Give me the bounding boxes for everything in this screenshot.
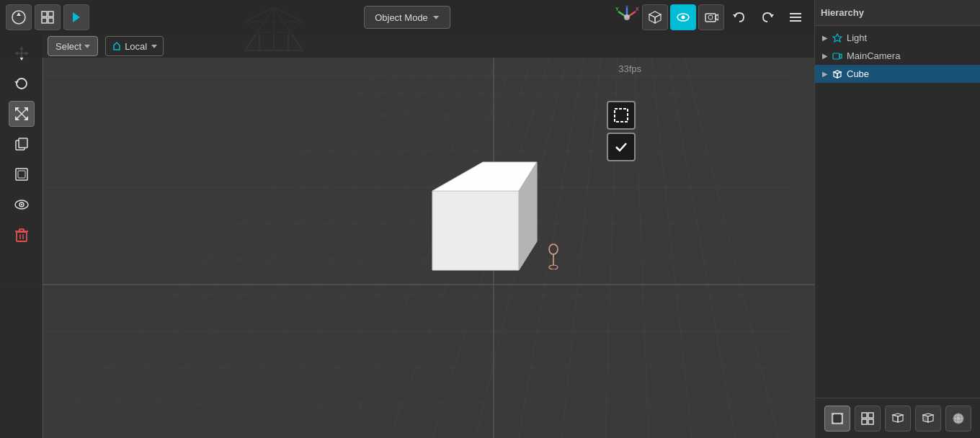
svg-point-47 bbox=[549, 265, 558, 269]
svg-rect-120 bbox=[868, 413, 873, 418]
svg-marker-124 bbox=[893, 415, 898, 422]
maincamera-label: MainCamera bbox=[847, 50, 900, 61]
svg-marker-128 bbox=[928, 415, 933, 422]
svg-line-15 bbox=[651, 58, 692, 438]
origin-marker bbox=[545, 243, 562, 269]
svg-marker-64 bbox=[649, 12, 661, 17]
svg-rect-51 bbox=[42, 12, 47, 17]
play-button[interactable] bbox=[63, 4, 89, 30]
svg-line-12 bbox=[562, 58, 601, 438]
svg-rect-48 bbox=[615, 109, 628, 122]
svg-point-129 bbox=[953, 414, 963, 424]
svg-rect-53 bbox=[42, 18, 47, 23]
panel-header: Hierarchy bbox=[815, 0, 980, 26]
svg-line-17 bbox=[685, 58, 778, 438]
hierarchy-item-light[interactable]: ▶ Light bbox=[815, 29, 980, 47]
svg-marker-70 bbox=[716, 14, 718, 20]
panel-bottom-tools bbox=[815, 398, 980, 438]
eye-tool-button[interactable] bbox=[9, 192, 35, 218]
svg-rect-96 bbox=[18, 171, 25, 178]
redo-button[interactable] bbox=[754, 4, 780, 30]
light-arrow: ▶ bbox=[822, 34, 828, 42]
grid-background bbox=[0, 0, 814, 438]
copy-tool-button[interactable] bbox=[9, 131, 35, 157]
svg-marker-112 bbox=[837, 72, 841, 78]
select-button[interactable]: Select bbox=[48, 36, 98, 56]
select-rect-tool[interactable] bbox=[607, 101, 636, 161]
svg-line-3 bbox=[173, 58, 447, 438]
svg-text:Y: Y bbox=[615, 6, 619, 12]
svg-marker-111 bbox=[834, 72, 837, 78]
svg-point-68 bbox=[682, 16, 685, 19]
svg-rect-100 bbox=[17, 232, 27, 241]
cube-3d bbox=[425, 155, 540, 277]
svg-rect-119 bbox=[862, 413, 867, 418]
svg-point-63 bbox=[624, 14, 630, 20]
right-panel: Hierarchy ▶ Light ▶ MainCamera ▶ bbox=[814, 0, 980, 438]
axis-gizmo[interactable]: X Y Z bbox=[614, 4, 640, 30]
svg-rect-94 bbox=[19, 138, 27, 148]
svg-line-2 bbox=[130, 58, 429, 438]
hierarchy-item-cube[interactable]: ▶ Cube bbox=[815, 65, 980, 83]
hierarchy-list: ▶ Light ▶ MainCamera ▶ Cube bbox=[815, 26, 980, 398]
svg-text:X: X bbox=[636, 6, 638, 12]
svg-rect-108 bbox=[833, 53, 839, 59]
persp-view-button[interactable] bbox=[642, 4, 668, 30]
shading-button[interactable] bbox=[885, 406, 911, 432]
left-sidebar bbox=[0, 35, 43, 438]
logo-button[interactable] bbox=[6, 4, 32, 30]
svg-marker-125 bbox=[898, 415, 903, 422]
svg-marker-86 bbox=[14, 81, 19, 84]
scale-tool-button[interactable] bbox=[9, 101, 35, 127]
svg-marker-107 bbox=[833, 34, 842, 42]
cube-arrow: ▶ bbox=[822, 70, 828, 78]
cube-icon bbox=[832, 69, 842, 79]
svg-marker-127 bbox=[923, 415, 928, 422]
refresh-tool-button[interactable] bbox=[9, 71, 35, 97]
hierarchy-item-maincamera[interactable]: ▶ MainCamera bbox=[815, 47, 980, 65]
svg-line-1 bbox=[86, 58, 411, 438]
svg-point-99 bbox=[20, 204, 22, 205]
svg-marker-114 bbox=[834, 415, 841, 422]
fps-counter: 33fps bbox=[618, 63, 641, 74]
svg-line-16 bbox=[668, 58, 735, 438]
svg-rect-54 bbox=[48, 18, 53, 23]
light-label: Light bbox=[847, 32, 867, 43]
svg-line-14 bbox=[634, 58, 649, 438]
maincamera-arrow: ▶ bbox=[822, 52, 828, 60]
svg-marker-79 bbox=[151, 45, 157, 48]
svg-marker-65 bbox=[649, 14, 655, 23]
svg-marker-55 bbox=[73, 12, 80, 22]
object-mode-button[interactable]: Object Mode bbox=[364, 6, 450, 29]
layout-button-2[interactable] bbox=[855, 406, 881, 432]
svg-rect-95 bbox=[16, 169, 27, 180]
local-button[interactable]: Local bbox=[105, 36, 164, 56]
visibility-button[interactable] bbox=[670, 4, 696, 30]
light-icon bbox=[832, 33, 842, 43]
build-button[interactable] bbox=[915, 406, 941, 432]
menu-button[interactable] bbox=[783, 4, 808, 30]
layout-button[interactable] bbox=[35, 4, 61, 30]
svg-marker-56 bbox=[433, 16, 439, 19]
svg-marker-109 bbox=[839, 54, 842, 58]
viewport[interactable]: 33fps bbox=[0, 0, 814, 438]
cube-label: Cube bbox=[847, 68, 869, 79]
delete-tool-button[interactable] bbox=[9, 222, 35, 248]
sphere-button[interactable] bbox=[945, 406, 971, 432]
layer-tool-button[interactable] bbox=[9, 161, 35, 187]
top-toolbar: Object Mode X Y Z bbox=[0, 0, 814, 35]
render-button[interactable] bbox=[824, 406, 850, 432]
svg-rect-52 bbox=[48, 12, 53, 17]
second-toolbar: Select Local bbox=[0, 35, 814, 58]
svg-marker-50 bbox=[17, 12, 21, 16]
svg-text:Z: Z bbox=[625, 6, 629, 7]
svg-point-45 bbox=[549, 244, 558, 254]
svg-marker-72 bbox=[733, 14, 737, 17]
svg-marker-77 bbox=[84, 45, 90, 48]
maincamera-icon bbox=[832, 51, 842, 61]
svg-rect-122 bbox=[868, 419, 873, 424]
camera-button[interactable] bbox=[698, 4, 724, 30]
hierarchy-title: Hierarchy bbox=[821, 7, 864, 18]
undo-button[interactable] bbox=[726, 4, 752, 30]
object-mode-label: Object Mode bbox=[375, 12, 428, 23]
